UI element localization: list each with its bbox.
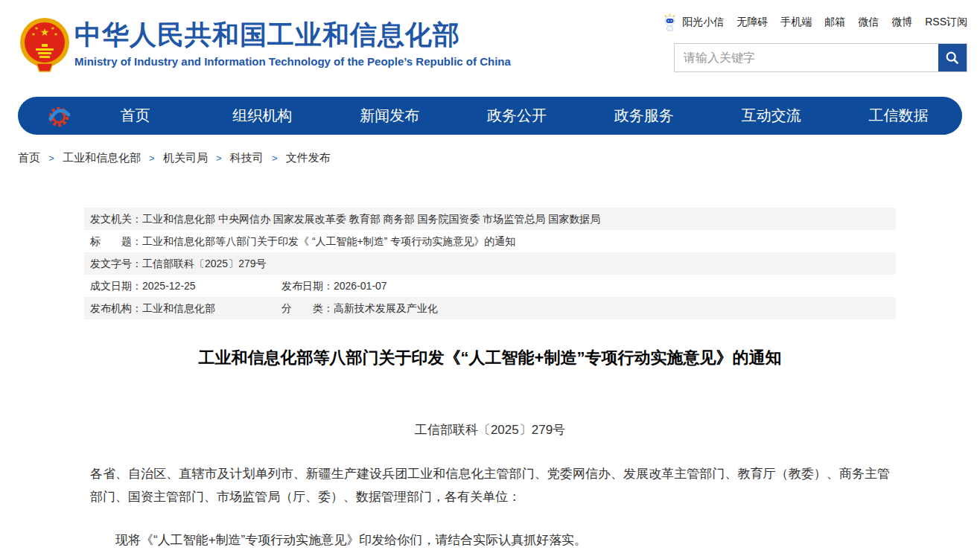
meta-row-issuing-authority: 发文机关： 工业和信息化部 中央网信办 国家发展改革委 教育部 商务部 国务院国… xyxy=(84,208,896,230)
meta-value: 高新技术发展及产业化 xyxy=(334,297,438,319)
nav-item-gov-disclosure[interactable]: 政务公开 xyxy=(454,106,581,126)
miit-logo-icon xyxy=(46,103,71,129)
meta-value: 工业和信息化部 中央网信办 国家发展改革委 教育部 商务部 国务院国资委 市场监… xyxy=(142,208,600,230)
header-right: 阳光小信 无障碍 手机端 邮箱 微信 微博 RSS订阅 xyxy=(662,13,967,72)
article-paragraph-addressees: 各省、自治区、直辖市及计划单列市、新疆生产建设兵团工业和信息化主管部门、党委网信… xyxy=(90,462,890,508)
article-paragraph-body: 现将《“人工智能+制造”专项行动实施意见》印发给你们，请结合实际认真抓好落实。 xyxy=(90,528,890,552)
breadcrumb-document-release[interactable]: 文件发布 xyxy=(286,151,331,164)
breadcrumb-science-tech[interactable]: 科技司 xyxy=(230,151,264,164)
meta-cell-publish-date: 发布日期： 2026-01-07 xyxy=(281,275,387,297)
svg-text:★: ★ xyxy=(40,26,50,38)
breadcrumb: 首页 > 工业和信息化部 > 机关司局 > 科技司 > 文件发布 xyxy=(18,151,980,165)
breadcrumb-miit[interactable]: 工业和信息化部 xyxy=(63,151,141,164)
document-content: 发文机关： 工业和信息化部 中央网信办 国家发展改革委 教育部 商务部 国务院国… xyxy=(84,208,896,552)
national-emblem-icon: ★ ★ ★ ★ ★ xyxy=(19,16,71,74)
quick-link-rss[interactable]: RSS订阅 xyxy=(925,16,967,29)
meta-label: 发文机关： xyxy=(90,208,142,230)
quick-link-mail[interactable]: 邮箱 xyxy=(824,16,845,29)
nav-item-organization[interactable]: 组织机构 xyxy=(199,106,326,126)
meta-cell-category: 分 类： 高新技术发展及产业化 xyxy=(281,297,438,319)
article-title: 工业和信息化部等八部门关于印发《“人工智能+制造”专项行动实施意见》的通知 xyxy=(84,347,896,369)
nav-item-news[interactable]: 新闻发布 xyxy=(326,106,454,126)
meta-row-dates: 成文日期： 2025-12-25 发布日期： 2026-01-07 xyxy=(84,275,896,297)
meta-label: 成文日期： xyxy=(90,275,142,297)
site-subtitle: Ministry of Industry and Information Tec… xyxy=(74,55,511,68)
site-header: ★ ★ ★ ★ ★ 中华人民共和国工业和信息化部 Ministry of Ind… xyxy=(0,0,980,89)
quick-link-sunshine-xiaoxin[interactable]: 阳光小信 xyxy=(682,16,724,29)
svg-text:★: ★ xyxy=(51,26,54,31)
svg-text:★: ★ xyxy=(31,32,35,36)
nav-item-interaction[interactable]: 互动交流 xyxy=(707,106,835,126)
svg-text:★: ★ xyxy=(34,26,38,31)
search-bar xyxy=(674,43,967,72)
breadcrumb-departments[interactable]: 机关司局 xyxy=(163,151,208,164)
meta-cell-written-date: 成文日期： 2025-12-25 xyxy=(90,275,281,297)
meta-label: 标 题： xyxy=(90,230,142,252)
meta-label: 分 类： xyxy=(281,297,334,319)
nav-item-gov-services[interactable]: 政务服务 xyxy=(580,106,707,126)
meta-label: 发文字号： xyxy=(90,252,142,275)
meta-value: 工信部联科〔2025〕279号 xyxy=(142,252,267,275)
site-brand[interactable]: 中华人民共和国工业和信息化部 Ministry of Industry and … xyxy=(74,20,511,68)
meta-label: 发布日期： xyxy=(281,275,334,297)
meta-value: 工业和信息化部 xyxy=(142,297,215,319)
meta-row-title: 标 题： 工业和信息化部等八部门关于印发《 “人工智能+制造” 专项行动实施意见… xyxy=(84,230,896,252)
meta-value: 2026-01-07 xyxy=(334,275,387,297)
search-icon xyxy=(944,50,961,66)
breadcrumb-home[interactable]: 首页 xyxy=(18,151,40,164)
meta-row-publisher-category: 发布机构： 工业和信息化部 分 类： 高新技术发展及产业化 xyxy=(84,297,896,319)
breadcrumb-separator: > xyxy=(272,153,278,164)
quick-links: 阳光小信 无障碍 手机端 邮箱 微信 微博 RSS订阅 xyxy=(662,13,967,31)
nav-item-miit-data[interactable]: 工信数据 xyxy=(835,106,962,126)
breadcrumb-separator: > xyxy=(48,153,54,164)
meta-cell-publisher: 发布机构： 工业和信息化部 xyxy=(90,297,281,319)
quick-link-wechat[interactable]: 微信 xyxy=(858,16,879,29)
quick-link-accessibility[interactable]: 无障碍 xyxy=(736,16,768,29)
svg-text:★: ★ xyxy=(54,32,57,36)
mascot-icon xyxy=(662,13,678,31)
nav-item-home[interactable]: 首页 xyxy=(71,106,199,126)
meta-label: 发布机构： xyxy=(90,297,142,319)
site-title: 中华人民共和国工业和信息化部 xyxy=(74,20,511,50)
document-meta-table: 发文机关： 工业和信息化部 中央网信办 国家发展改革委 教育部 商务部 国务院国… xyxy=(84,208,896,319)
meta-value: 工业和信息化部等八部门关于印发《 “人工智能+制造” 专项行动实施意见》的通知 xyxy=(142,230,515,252)
quick-link-mobile[interactable]: 手机端 xyxy=(780,16,812,29)
meta-value: 2025-12-25 xyxy=(142,275,196,297)
search-input[interactable] xyxy=(675,44,938,71)
breadcrumb-separator: > xyxy=(149,153,155,164)
main-nav: 首页 组织机构 新闻发布 政务公开 政务服务 互动交流 工信数据 xyxy=(18,97,962,135)
search-button[interactable] xyxy=(938,44,967,71)
meta-row-doc-number: 发文字号： 工信部联科〔2025〕279号 xyxy=(84,252,896,275)
breadcrumb-separator: > xyxy=(216,153,222,164)
quick-link-weibo[interactable]: 微博 xyxy=(891,16,912,29)
article-doc-number: 工信部联科〔2025〕279号 xyxy=(84,421,896,438)
